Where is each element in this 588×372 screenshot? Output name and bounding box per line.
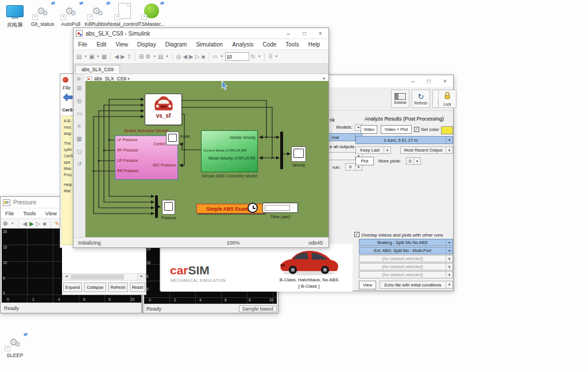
annotation-icon[interactable]: ▭ [76, 111, 82, 117]
set-color-checkbox[interactable]: ✓ [414, 127, 419, 132]
refresh-button[interactable]: ↻ Refresh [412, 90, 430, 108]
menu-simulation[interactable]: Simulation [191, 41, 227, 48]
menu-file[interactable]: File [63, 85, 71, 91]
desktop-icon-killrubbish[interactable]: ⚙⚙⇄↗ KillRubbish [83, 2, 113, 27]
expand-button[interactable]: Expand [63, 282, 82, 292]
close-button[interactable]: × [312, 28, 328, 38]
pressure-scope-block[interactable] [162, 200, 175, 215]
step-forward-icon[interactable]: ▷ [36, 221, 41, 227]
model-canvas[interactable]: vs_sf Brake Actuator Model LF Pressure R… [86, 81, 328, 238]
settings-gear-icon[interactable]: ⚙ [3, 221, 8, 227]
run-icon[interactable]: ▶ [189, 54, 194, 60]
camera-combo[interactable]: 0 Azm, 5 El, 27 m ▼ [355, 136, 453, 144]
maximize-button[interactable]: □ [296, 28, 312, 38]
layers-icon[interactable]: ▤ [158, 54, 163, 60]
more-plots-combo[interactable]: 0 ▼ [406, 157, 421, 165]
build-icon[interactable]: ⠿ [268, 54, 272, 60]
scroll-thumb[interactable] [71, 274, 124, 280]
restore-icon[interactable]: ↺ [77, 161, 82, 167]
menu-tools[interactable]: Tools [18, 210, 40, 216]
menu-tools[interactable]: Tools [281, 41, 303, 48]
up-to-parent-icon[interactable]: ⇧ [127, 54, 131, 60]
mode-scope-block[interactable] [166, 131, 179, 145]
clock-block[interactable] [247, 203, 258, 213]
simulation-mode-icon[interactable]: ↻ [251, 54, 256, 60]
collapse-button[interactable]: Collapse [84, 282, 106, 292]
chevron-down-icon[interactable]: ▼ [322, 77, 326, 80]
lock-button[interactable]: Lock [438, 90, 457, 108]
connect-icon[interactable]: ◎ [176, 54, 181, 60]
step-forward-icon[interactable]: ▷ [195, 54, 200, 60]
overlay-run-combo[interactable]: [No dataset selected] ▼ [359, 271, 453, 278]
model-config-icon[interactable]: ⚙ [145, 54, 150, 60]
desktop-icon-total-control[interactable]: ↗ total_control [110, 2, 140, 27]
desktop-icon-tsmaster[interactable]: ⇄↗ TSMaster... [137, 2, 167, 27]
highlight-pen-icon[interactable]: ✎ [55, 221, 60, 227]
save-icon[interactable]: ▦ [102, 54, 107, 60]
help-tab[interactable]: CarS [62, 107, 73, 113]
echo-file-combo[interactable]: Echo file with initial conditions ▼ [380, 281, 453, 289]
overlay-run-combo[interactable]: [No dataset selected] ▼ [359, 263, 453, 270]
overlay-checkbox[interactable]: ✓ [354, 232, 359, 237]
image-icon[interactable]: ▦ [76, 136, 82, 142]
mux-block[interactable] [280, 131, 283, 169]
zoom-icon[interactable]: ◎ [77, 98, 82, 104]
desktop-icon-sleep[interactable]: ⚙⚙⇄↗ SLEEP [0, 333, 30, 358]
sidebar-button[interactable]: Sidebar [391, 90, 409, 108]
new-model-icon[interactable]: ▤ [76, 54, 82, 60]
view-button[interactable]: View [359, 281, 376, 289]
keep-last-combo[interactable]: Keep Last ▼ [355, 146, 391, 154]
minimize-button[interactable]: – [405, 75, 421, 87]
run-icon[interactable]: ▶ [29, 221, 34, 227]
desktop-icon-autopull[interactable]: ⚙⚙⇄↗ AutoPull [56, 2, 86, 27]
video-plot-button[interactable]: Video + Plot [381, 125, 412, 134]
open-icon[interactable]: ▣ [89, 54, 94, 60]
time-display-block[interactable] [262, 203, 298, 213]
overlay-run-combo[interactable]: [No dataset selected] ▼ [359, 255, 453, 262]
step-back-icon[interactable]: ◀ [22, 221, 27, 227]
plot-button[interactable]: Plot [355, 157, 374, 165]
zoom-region-icon[interactable]: ▭ [212, 54, 218, 60]
scroll-right-icon[interactable]: ▸ [137, 274, 145, 280]
overlay-run-combo[interactable]: Ext. ABS: Split Mu - Multi-Port ▼ [359, 247, 453, 254]
menu-view[interactable]: View [41, 210, 61, 216]
abs-controller-block[interactable]: Vehicle Velocity Control Mode LF,RF,LR,R… [201, 130, 258, 172]
step-back-icon[interactable]: ◀ [183, 54, 188, 60]
browse-icon[interactable]: ⊞ [77, 86, 82, 91]
area-icon[interactable]: ≡ [78, 123, 81, 129]
menu-help[interactable]: Help [304, 41, 325, 48]
stop-icon[interactable]: ■ [43, 221, 47, 227]
scroll-left-icon[interactable]: ◂ [63, 274, 71, 280]
menu-view[interactable]: View [111, 41, 133, 48]
stop-icon[interactable]: ■ [202, 54, 205, 60]
minimize-button[interactable]: – [280, 28, 296, 38]
menu-code[interactable]: Code [258, 41, 281, 48]
refresh-button[interactable]: Refresh [108, 282, 128, 292]
most-recent-output-combo[interactable]: Most Recent Output ▼ [400, 146, 453, 154]
menu-file[interactable]: File [1, 210, 18, 216]
desktop-icon-this-pc[interactable]: 此电脑 [0, 2, 30, 29]
library-browser-icon[interactable]: ⊞ [139, 54, 144, 60]
velocity-scope-block[interactable] [291, 146, 306, 162]
back-icon[interactable]: ◀ [114, 54, 119, 60]
maximize-button[interactable]: □ [421, 75, 437, 87]
overlay-run-combo[interactable]: Braking - Split Mu No ABS ▼ [359, 239, 453, 246]
desktop-icon-git-status[interactable]: ⚙⚙⇄↗ Git_status [28, 2, 57, 27]
horizontal-scrollbar[interactable]: ◂ ▸ [62, 273, 146, 281]
viewmark-icon[interactable]: ◻ [77, 149, 82, 154]
close-button[interactable]: × [437, 75, 453, 87]
back-arrow-icon[interactable] [62, 93, 74, 104]
color-swatch[interactable] [441, 126, 453, 134]
video-button[interactable]: Video [361, 125, 377, 134]
stop-time-input[interactable] [225, 52, 249, 61]
menu-edit[interactable]: Edit [92, 41, 111, 48]
tab-abs-slx-cs9[interactable]: abs_SLX_CS9 [75, 65, 120, 73]
reset-button[interactable]: Reset [130, 282, 145, 292]
forward-icon[interactable]: ▶ [121, 54, 125, 60]
menu-diagram[interactable]: Diagram [161, 41, 192, 48]
menu-display[interactable]: Display [133, 41, 161, 48]
menu-file[interactable]: File [74, 41, 92, 48]
vs-sf-block[interactable]: vs_sf [145, 94, 182, 125]
mux-block[interactable] [155, 195, 158, 218]
menu-analysis[interactable]: Analysis [227, 41, 258, 48]
